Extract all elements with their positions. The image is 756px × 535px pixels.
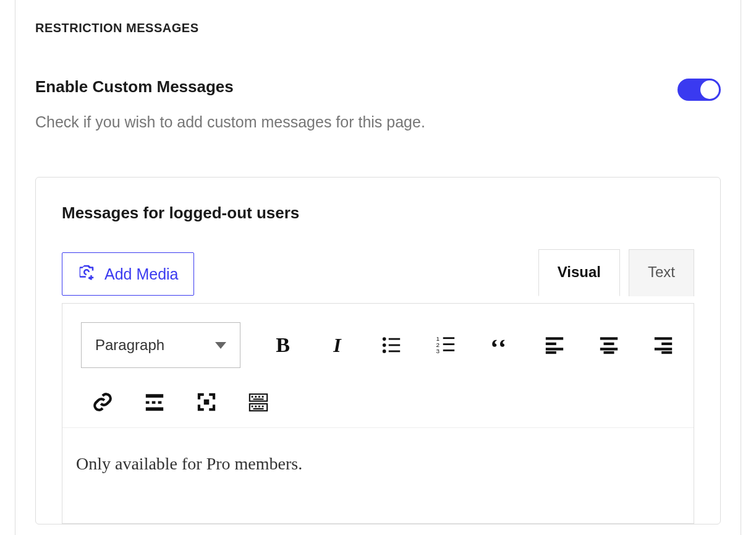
editor-panel: Messages for logged-out users Add Media … (35, 177, 721, 524)
svg-rect-23 (655, 348, 672, 350)
svg-rect-35 (262, 396, 264, 398)
add-media-label: Add Media (104, 265, 179, 283)
link-button[interactable] (91, 390, 114, 414)
align-right-icon (653, 335, 674, 356)
svg-rect-20 (604, 351, 614, 354)
format-select[interactable]: Paragraph (81, 322, 240, 368)
enable-custom-messages-row: Enable Custom Messages (35, 77, 721, 101)
svg-rect-8 (443, 337, 454, 339)
editor-tabs: Visual Text (538, 249, 694, 296)
svg-rect-39 (255, 406, 257, 408)
svg-rect-41 (262, 406, 264, 408)
bullet-list-icon (381, 335, 402, 356)
caret-down-icon (215, 342, 226, 349)
svg-point-5 (383, 349, 386, 353)
svg-rect-33 (255, 396, 257, 398)
align-center-button[interactable] (597, 333, 621, 357)
svg-rect-18 (604, 343, 614, 345)
section-title: RESTRICTION MESSAGES (35, 21, 721, 35)
svg-rect-14 (546, 343, 556, 345)
numbered-list-button[interactable]: 1 2 3 (434, 333, 457, 357)
svg-rect-12 (443, 349, 454, 351)
svg-rect-17 (600, 337, 618, 340)
toggle-label: Enable Custom Messages (35, 77, 234, 96)
svg-rect-6 (389, 351, 400, 353)
bullet-list-button[interactable] (380, 333, 403, 357)
bold-icon: B (276, 333, 290, 357)
svg-rect-27 (152, 401, 156, 404)
svg-rect-19 (600, 348, 618, 350)
fullscreen-icon (196, 392, 217, 413)
media-tab-row: Add Media Visual Text (62, 249, 694, 296)
svg-rect-2 (389, 338, 400, 340)
svg-rect-34 (258, 396, 260, 398)
svg-text:3: 3 (436, 348, 440, 354)
add-media-button[interactable]: Add Media (62, 252, 194, 296)
toolbar-row-1: Paragraph B I (81, 322, 675, 368)
svg-rect-24 (661, 351, 672, 354)
svg-rect-28 (158, 401, 162, 404)
align-right-button[interactable] (652, 333, 675, 357)
svg-rect-38 (252, 406, 253, 408)
camera-icon (77, 263, 96, 285)
tab-visual[interactable]: Visual (538, 249, 620, 296)
svg-rect-15 (546, 348, 563, 350)
read-more-button[interactable] (143, 390, 166, 414)
numbered-list-icon: 1 2 3 (435, 335, 456, 356)
bold-button[interactable]: B (271, 333, 295, 357)
toolbar-row-2 (81, 390, 675, 414)
editor-content[interactable]: Only available for Pro members. (62, 428, 694, 523)
svg-rect-42 (253, 408, 264, 409)
panel-heading: Messages for logged-out users (62, 203, 694, 223)
svg-rect-32 (252, 396, 253, 398)
editor-frame: Paragraph B I (62, 303, 694, 524)
align-center-icon (598, 335, 619, 356)
svg-rect-22 (661, 343, 672, 345)
svg-point-1 (383, 337, 386, 341)
svg-rect-36 (253, 398, 264, 400)
blockquote-button[interactable] (488, 333, 512, 357)
keyboard-icon (248, 392, 269, 413)
svg-rect-13 (546, 337, 563, 340)
svg-rect-40 (258, 406, 260, 408)
svg-rect-29 (146, 408, 163, 411)
svg-rect-10 (443, 343, 454, 345)
italic-icon: I (333, 334, 341, 357)
enable-custom-messages-toggle[interactable] (677, 79, 721, 101)
italic-button[interactable]: I (326, 333, 349, 357)
format-select-value: Paragraph (95, 336, 164, 354)
editor-toolbar: Paragraph B I (62, 304, 694, 428)
svg-rect-25 (146, 394, 163, 398)
align-left-button[interactable] (543, 333, 566, 357)
tab-text[interactable]: Text (629, 249, 694, 296)
toggle-knob (700, 80, 719, 99)
fullscreen-button[interactable] (195, 390, 218, 414)
svg-rect-4 (389, 345, 400, 346)
link-icon (92, 392, 113, 413)
toggle-description: Check if you wish to add custom messages… (35, 113, 721, 131)
svg-rect-16 (546, 351, 556, 354)
blockquote-icon (490, 335, 511, 356)
svg-point-3 (383, 343, 386, 347)
align-left-icon (544, 335, 565, 356)
settings-panel: RESTRICTION MESSAGES Enable Custom Messa… (15, 0, 741, 535)
svg-rect-21 (655, 337, 672, 340)
toolbar-toggle-button[interactable] (247, 390, 270, 414)
svg-rect-30 (204, 400, 210, 405)
read-more-icon (144, 392, 165, 413)
svg-rect-26 (146, 401, 150, 404)
